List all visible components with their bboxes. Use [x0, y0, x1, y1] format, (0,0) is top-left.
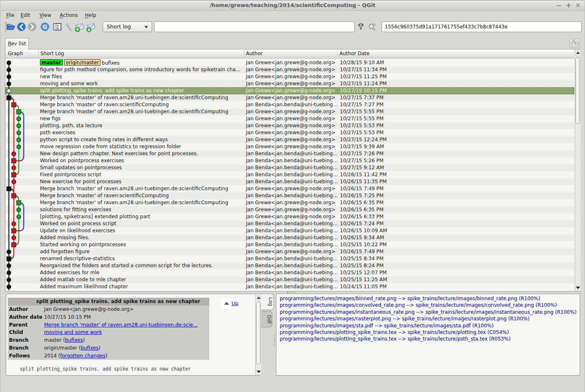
filter-funnel-icon[interactable] [357, 23, 365, 31]
commit-row[interactable]: moving and some workJan Grewe<jan.grewe@… [5, 80, 574, 87]
commit-node[interactable] [12, 222, 16, 226]
commit-row[interactable]: Added maximum likelihood chapterJan Bend… [5, 283, 574, 290]
commit-node[interactable] [12, 194, 16, 198]
minimize-button[interactable]: − [554, 1, 563, 10]
commit-node[interactable] [7, 68, 11, 72]
commit-row[interactable]: Added matlab code to mle chapterJan Bend… [5, 276, 574, 283]
commit-row[interactable]: new figsJan Grewe<jan.grewe@g-node.org>1… [5, 115, 574, 122]
back-button[interactable] [16, 21, 27, 33]
commit-node[interactable] [7, 285, 11, 289]
commit-row[interactable]: Reorganized the folders and started a co… [5, 262, 574, 269]
file-list-item[interactable]: programming/lectures/images/convolved_ra… [280, 302, 580, 308]
column-header-author[interactable]: Author [244, 49, 262, 58]
commit-node[interactable] [16, 201, 21, 205]
menu-view[interactable]: View [40, 11, 51, 20]
commit-node[interactable] [7, 61, 11, 65]
commit-row[interactable]: New design pattern chapter. Next exercis… [5, 150, 574, 157]
commit-row[interactable]: Added missing files.Jan Benda<jan.benda@… [5, 234, 574, 241]
vertical-splitter-handle[interactable] [274, 335, 275, 345]
commit-row[interactable]: add forgotten figureJan Grewe<jan.grewe@… [5, 248, 574, 255]
commit-node[interactable] [17, 131, 21, 135]
scrollbar-thumb[interactable] [576, 57, 580, 124]
file-list-item[interactable]: programming/lectures/images/sta.pdf --> … [280, 322, 580, 329]
commit-row[interactable]: new filesJan Grewe<jan.grewe@g-node.org>… [5, 73, 574, 80]
commit-node[interactable] [12, 103, 16, 107]
view-mode-combobox[interactable]: Short log [103, 21, 152, 32]
commit-node[interactable] [7, 278, 11, 282]
commit-node[interactable] [12, 152, 16, 156]
commit-node[interactable] [7, 96, 11, 100]
commit-row[interactable]: New exercise for point processesJan Bend… [5, 178, 574, 185]
commit-node[interactable] [17, 124, 21, 128]
commit-row[interactable]: Merge branch 'master' of raven:scientifi… [5, 192, 574, 199]
close-button[interactable]: × [573, 1, 583, 10]
column-divider[interactable] [38, 51, 39, 58]
tab-corner-button[interactable] [569, 38, 580, 48]
commit-row[interactable]: Small updates on pointprocessesJan Benda… [5, 164, 574, 171]
commit-node[interactable] [7, 264, 11, 268]
sha-input[interactable] [381, 21, 582, 32]
commit-row[interactable]: Fixed pointprocess scriptJan Benda<jan.b… [5, 171, 574, 178]
rev-list-scrollbar[interactable] [575, 49, 580, 291]
menu-file[interactable]: File [6, 11, 14, 20]
reload-button[interactable]: G [39, 21, 51, 33]
maximize-button[interactable]: + [564, 1, 573, 10]
file-list-item[interactable]: programming/lectures/images/instantaneou… [280, 309, 580, 315]
commit-node[interactable] [7, 250, 11, 254]
commit-node[interactable] [17, 208, 21, 212]
commit-node[interactable] [17, 215, 21, 219]
commit-node[interactable] [12, 159, 16, 163]
commit-node[interactable] [17, 145, 21, 149]
up-navigation[interactable]: Up [221, 299, 241, 308]
save-patch-button[interactable] [73, 21, 85, 33]
commit-node[interactable] [7, 75, 11, 79]
detail-scrollbar[interactable] [255, 294, 261, 375]
commit-row[interactable]: Merge branch 'master' of raven.am28.uni-… [5, 199, 574, 206]
scroll-up-button[interactable] [575, 49, 580, 56]
column-divider[interactable] [337, 51, 338, 58]
commit-row[interactable]: Merge branch 'master' of raven:scientifi… [5, 101, 574, 108]
find-button[interactable] [63, 21, 74, 33]
detail-link[interactable]: moving and some work [44, 329, 102, 335]
commit-row[interactable]: split plotting_spike trains. add spike t… [5, 87, 574, 94]
commit-node[interactable] [12, 229, 16, 233]
column-divider[interactable] [244, 51, 244, 58]
detail-link[interactable]: Merge branch 'master' of raven.am28.uni-… [44, 322, 198, 328]
filter-input[interactable] [154, 21, 355, 32]
scroll-down-button[interactable] [575, 285, 580, 291]
commit-node[interactable] [12, 236, 16, 240]
commit-row[interactable]: Added exercises for mleJan Benda<jan.ben… [5, 269, 574, 276]
apply-patch-button[interactable] [85, 21, 96, 33]
commit-row[interactable]: plotting, psth, sta lectureJan Grewe<jan… [5, 122, 574, 129]
commit-node[interactable] [7, 89, 11, 93]
commit-node[interactable] [7, 82, 11, 86]
commit-row[interactable]: renamed descriptive-statisticsJan Benda<… [5, 255, 574, 262]
commit-row[interactable]: figure for psth method comparsion, some … [5, 66, 574, 73]
file-list-item[interactable]: programming/lectures/plotting_spike_trai… [280, 336, 580, 342]
commit-node[interactable] [12, 173, 16, 177]
column-header-short-log[interactable]: Short Log [39, 49, 64, 58]
commit-row[interactable]: python script to create firing rates in … [5, 136, 574, 143]
menu-help[interactable]: Help [85, 11, 96, 20]
forward-button[interactable] [26, 21, 38, 33]
commit-node[interactable] [7, 187, 11, 191]
column-header-author-date[interactable]: Author Date [338, 49, 370, 58]
commit-row[interactable]: psth exercisesJan Grewe<jan.grewe@g-node… [5, 129, 574, 136]
horizontal-splitter-handle[interactable] [287, 292, 298, 293]
highlight-search-icon[interactable] [367, 22, 377, 31]
commit-row[interactable]: Update on likelihood exercisesJan Benda<… [5, 227, 574, 234]
detail-link[interactable]: bufixes [65, 337, 83, 343]
commit-node[interactable] [12, 180, 16, 184]
commit-row[interactable]: Merge branch 'master' of raven.am28.uni-… [5, 94, 574, 101]
commit-row[interactable]: masterorigin/masterbufixesJan Grewe<jan.… [5, 59, 574, 66]
commit-node[interactable] [17, 138, 21, 142]
commit-row[interactable]: Merge branch 'master' of raven.am28.uni-… [5, 108, 574, 115]
scroll-down-button[interactable] [256, 369, 261, 375]
detail-link[interactable]: bufixes [81, 345, 98, 351]
title-bar[interactable]: /home/grewe/teaching/2014/scientificComp… [0, 0, 585, 11]
file-list-item[interactable]: programming/lectures/images/rasterplot.p… [280, 315, 580, 322]
commit-node[interactable] [12, 243, 16, 247]
commit-row[interactable]: move regression code from statistics to … [5, 143, 574, 150]
file-list-item[interactable]: programming/lectures/plotting_spike_trai… [280, 329, 580, 336]
up-link[interactable]: Up [232, 301, 238, 306]
